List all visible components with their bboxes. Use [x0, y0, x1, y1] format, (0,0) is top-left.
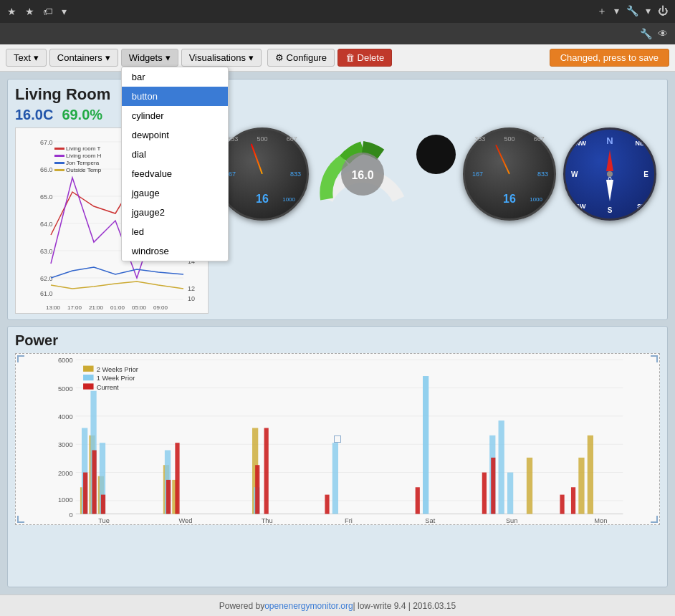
widgets-dropdown-wrapper: Widgets ▾ bar button cylinder dewpoint d…: [121, 49, 178, 67]
lr-temp: 16.0C: [15, 107, 53, 123]
svg-rect-58: [588, 435, 593, 514]
svg-rect-64: [332, 443, 338, 514]
power-icon[interactable]: ⏻: [658, 5, 668, 18]
gauge1-needle: [251, 143, 263, 174]
svg-text:64.0: 64.0: [40, 221, 53, 228]
svg-text:Jon Tempera: Jon Tempera: [66, 160, 100, 166]
svg-text:61.0: 61.0: [40, 290, 53, 297]
compass-sw: SW: [575, 203, 586, 210]
visualisations-menu-button[interactable]: Visualisations ▾: [181, 49, 262, 67]
dropdown-item-bar[interactable]: bar: [122, 67, 228, 87]
svg-text:12: 12: [188, 285, 195, 292]
plus-dropdown-icon[interactable]: ▾: [614, 5, 619, 18]
svg-text:Current: Current: [97, 384, 119, 391]
wrench-dropdown-icon[interactable]: ▾: [646, 5, 651, 18]
widgets-dropdown-menu: bar button cylinder dewpoint dial feedva…: [121, 67, 229, 261]
resize-handle-bl[interactable]: [17, 516, 24, 523]
lr-main: 67.0 66.0 65.0 64.0 63.0 62.0 61.0 20 18…: [15, 127, 660, 314]
svg-text:Mon: Mon: [594, 517, 607, 524]
content-area: Living Room 16.0C 69.0% 67.0 66.0 65.0 6…: [0, 72, 675, 595]
svg-text:3000: 3000: [58, 441, 73, 448]
svg-text:2 Weeks Prior: 2 Weeks Prior: [97, 366, 138, 373]
text-menu-button[interactable]: Text ▾: [6, 49, 47, 67]
vis-dropdown-icon: ▾: [249, 52, 254, 63]
eye-icon[interactable]: 👁: [658, 28, 668, 39]
widgets-label: Widgets: [129, 52, 163, 63]
widgets-menu-button[interactable]: Widgets ▾: [121, 49, 178, 67]
gauge1: 333500667 167 833 1000 16: [216, 127, 309, 221]
wrench-icon[interactable]: 🔧: [626, 5, 638, 18]
svg-rect-81: [571, 487, 575, 514]
svg-text:Sat: Sat: [425, 517, 435, 524]
configure-button[interactable]: ⚙ Configure: [267, 49, 335, 67]
svg-text:4000: 4000: [58, 413, 73, 420]
delete-button[interactable]: 🗑 Delete: [338, 49, 392, 67]
living-room-title: Living Room: [15, 85, 660, 104]
arc-gauge: 16.0: [316, 127, 409, 221]
svg-rect-68: [507, 473, 513, 514]
compass-ne: NE: [635, 140, 644, 147]
dropdown-item-windrose[interactable]: windrose: [122, 241, 228, 261]
svg-text:21:00: 21:00: [89, 304, 104, 310]
dropdown-item-cylinder[interactable]: cylinder: [122, 106, 228, 125]
svg-rect-78: [482, 473, 487, 514]
compass-arrow-north: [606, 150, 613, 171]
containers-menu-button[interactable]: Containers ▾: [49, 49, 118, 67]
svg-text:2000: 2000: [58, 470, 73, 477]
text-dropdown-icon: ▾: [34, 52, 39, 63]
dropdown-item-jgauge2[interactable]: jgauge2: [122, 203, 228, 222]
resize-handle-tr[interactable]: [651, 355, 658, 362]
svg-text:Outside Temp: Outside Temp: [66, 167, 102, 173]
top-bar: ★ ★ 🏷 ▾ ＋ ▾ 🔧 ▾ ⏻: [0, 0, 675, 23]
bookmark2-icon[interactable]: ★: [25, 6, 34, 17]
gauge1-ring-text: 333500667: [218, 135, 307, 143]
dropdown-item-button[interactable]: button: [122, 87, 228, 106]
svg-rect-67: [499, 420, 504, 514]
dropdown-item-jgauge[interactable]: jgauge: [122, 183, 228, 203]
svg-rect-77: [416, 487, 420, 514]
tag-icon[interactable]: 🏷: [43, 6, 53, 17]
svg-rect-96: [83, 366, 93, 372]
svg-rect-69: [83, 473, 87, 514]
gauges-area: 333500667 167 833 1000 16: [216, 127, 660, 314]
gauge3-needle: [495, 145, 510, 175]
containers-label: Containers: [57, 52, 102, 63]
svg-text:17:00: 17:00: [67, 304, 82, 310]
svg-text:1000: 1000: [58, 496, 73, 504]
resize-handle-center[interactable]: [334, 435, 341, 443]
compass-center-dot: [607, 171, 613, 177]
gauge1-value: 16: [256, 193, 269, 206]
compass-nw: NW: [575, 140, 586, 147]
svg-rect-76: [325, 495, 329, 514]
resize-handle-br[interactable]: [651, 516, 658, 523]
compass-e: E: [643, 170, 648, 178]
svg-rect-100: [83, 383, 93, 389]
settings-icon[interactable]: 🔧: [640, 28, 652, 39]
resize-handle-tl[interactable]: [17, 355, 24, 362]
footer-link[interactable]: openenergymonitor.org: [264, 601, 353, 611]
compass: N NE E SE S SW W NW 0: [563, 127, 656, 221]
svg-text:Tue: Tue: [98, 517, 110, 524]
svg-rect-74: [255, 465, 259, 514]
svg-rect-28: [54, 155, 64, 157]
svg-text:62.0: 62.0: [40, 275, 53, 282]
svg-text:0: 0: [69, 511, 72, 519]
dropdown-icon[interactable]: ▾: [62, 6, 67, 17]
svg-text:6000: 6000: [58, 357, 73, 364]
svg-text:09:00: 09:00: [153, 304, 168, 310]
arc-gauge-svg: 16.0: [316, 127, 409, 221]
save-button[interactable]: Changed, press to save: [550, 49, 669, 67]
dropdown-item-dewpoint[interactable]: dewpoint: [122, 125, 228, 145]
dropdown-item-led[interactable]: led: [122, 222, 228, 241]
compass-s: S: [608, 206, 613, 214]
bookmark-icon[interactable]: ★: [7, 6, 16, 17]
compass-zero: 0: [608, 176, 612, 184]
dropdown-item-dial[interactable]: dial: [122, 145, 228, 164]
dropdown-item-feedvalue[interactable]: feedvalue: [122, 164, 228, 183]
gauge3: 333500667 167 833 1000 16: [463, 127, 556, 221]
svg-rect-26: [54, 148, 64, 150]
svg-rect-80: [560, 495, 564, 514]
gauge3-value: 16: [503, 193, 516, 206]
plus-icon[interactable]: ＋: [597, 5, 607, 18]
svg-rect-30: [54, 162, 64, 164]
